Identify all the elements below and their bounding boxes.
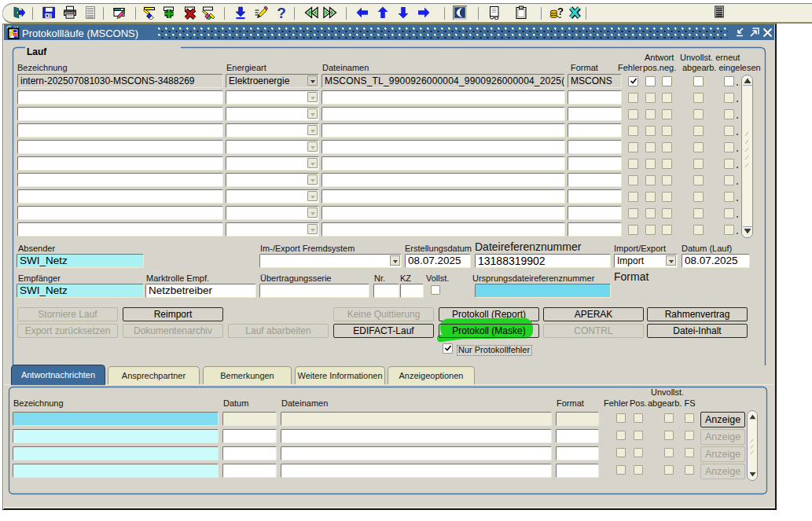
svg-text:?: ? [557, 6, 564, 17]
svg-text:?: ? [277, 6, 286, 20]
